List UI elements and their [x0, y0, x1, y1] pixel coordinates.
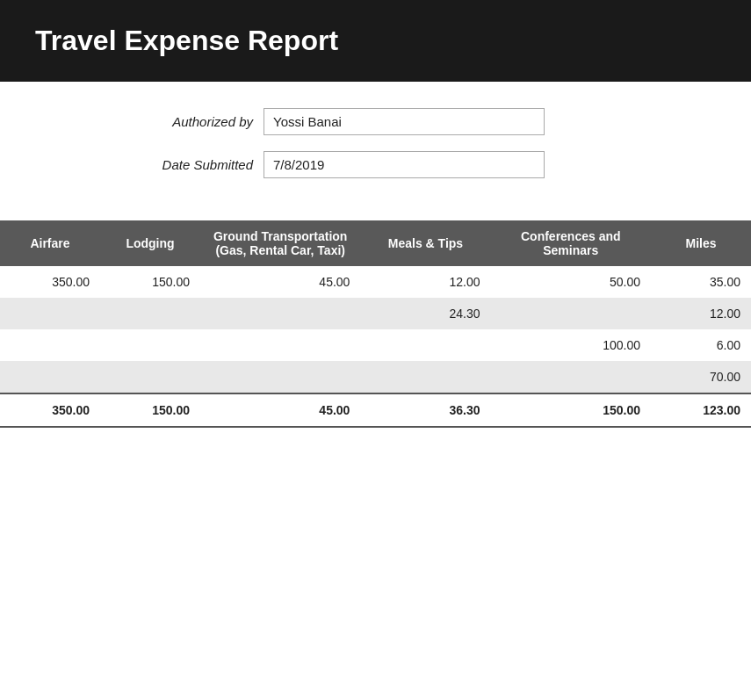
- table-row: 100.006.00: [0, 329, 751, 361]
- date-input[interactable]: [264, 151, 545, 178]
- col-header-miles: Miles: [651, 220, 751, 266]
- total-airfare: 350.00: [0, 393, 100, 427]
- total-meals: 36.30: [360, 393, 490, 427]
- cell-lodging: 150.00: [100, 266, 200, 298]
- cell-miles: 6.00: [651, 329, 751, 361]
- cell-miles: 12.00: [651, 298, 751, 329]
- table-section: Airfare Lodging Ground Transportation(Ga…: [0, 212, 751, 428]
- col-header-lodging: Lodging: [100, 220, 200, 266]
- authorized-row: Authorized by: [35, 108, 716, 135]
- cell-ground: [200, 298, 360, 329]
- cell-airfare: [0, 361, 100, 393]
- cell-conferences: 100.00: [491, 329, 651, 361]
- form-section: Authorized by Date Submitted: [0, 82, 751, 212]
- cell-airfare: [0, 298, 100, 329]
- table-header-row: Airfare Lodging Ground Transportation(Ga…: [0, 220, 751, 266]
- cell-ground: 45.00: [200, 266, 360, 298]
- cell-lodging: [100, 298, 200, 329]
- cell-ground: [200, 329, 360, 361]
- total-conferences: 150.00: [491, 393, 651, 427]
- page-title: Travel Expense Report: [35, 25, 338, 56]
- date-label: Date Submitted: [35, 157, 264, 172]
- cell-miles: 35.00: [651, 266, 751, 298]
- cell-meals: [360, 361, 490, 393]
- cell-meals: [360, 329, 490, 361]
- header-bar: Travel Expense Report: [0, 0, 751, 82]
- cell-airfare: [0, 329, 100, 361]
- cell-conferences: 50.00: [491, 266, 651, 298]
- table-row: 70.00: [0, 361, 751, 393]
- cell-lodging: [100, 329, 200, 361]
- expense-table: Airfare Lodging Ground Transportation(Ga…: [0, 220, 751, 428]
- cell-meals: 12.00: [360, 266, 490, 298]
- cell-conferences: [491, 361, 651, 393]
- col-header-ground: Ground Transportation(Gas, Rental Car, T…: [200, 220, 360, 266]
- table-row: 24.3012.00: [0, 298, 751, 329]
- date-row: Date Submitted: [35, 151, 716, 178]
- cell-ground: [200, 361, 360, 393]
- table-row: 350.00150.0045.0012.0050.0035.00: [0, 266, 751, 298]
- col-header-airfare: Airfare: [0, 220, 100, 266]
- cell-airfare: 350.00: [0, 266, 100, 298]
- cell-miles: 70.00: [651, 361, 751, 393]
- total-ground: 45.00: [200, 393, 360, 427]
- col-header-meals: Meals & Tips: [360, 220, 490, 266]
- authorized-input[interactable]: [264, 108, 545, 135]
- total-lodging: 150.00: [100, 393, 200, 427]
- totals-row: 350.00150.0045.0036.30150.00123.00: [0, 393, 751, 427]
- cell-conferences: [491, 298, 651, 329]
- col-header-conferences: Conferences and Seminars: [491, 220, 651, 266]
- authorized-label: Authorized by: [35, 114, 264, 129]
- cell-meals: 24.30: [360, 298, 490, 329]
- cell-lodging: [100, 361, 200, 393]
- total-miles: 123.00: [651, 393, 751, 427]
